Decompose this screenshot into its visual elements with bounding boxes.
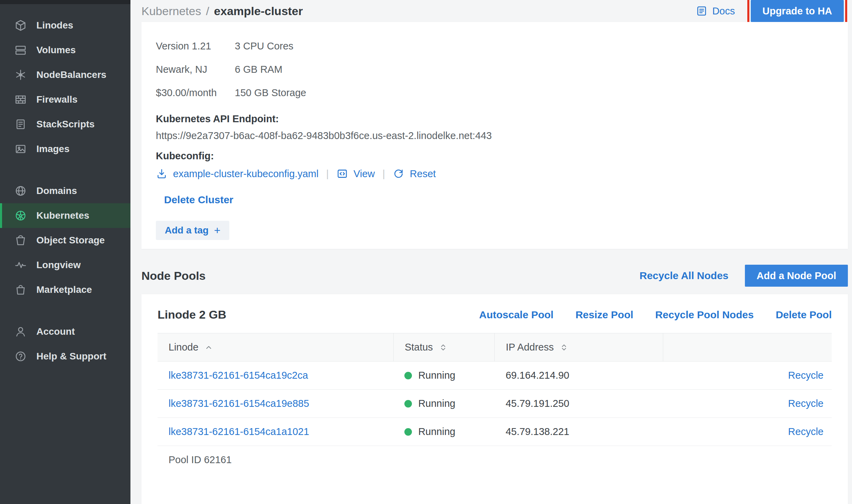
- sidebar-item-account[interactable]: Account: [0, 319, 130, 344]
- sidebar-item-label: Firewalls: [36, 94, 78, 105]
- pool-action-links: Autoscale Pool Resize Pool Recycle Pool …: [479, 309, 832, 321]
- node-link[interactable]: lke38731-62161-6154ca19e885: [169, 398, 309, 409]
- node-table-row: lke38731-62161-6154ca19c2ca Running 69.1…: [158, 362, 832, 390]
- sidebar-item-label: Linodes: [36, 20, 73, 31]
- person-icon: [14, 325, 27, 339]
- breadcrumb-kubernetes-link[interactable]: Kubernetes: [141, 4, 201, 18]
- add-node-pool-button[interactable]: Add a Node Pool: [745, 265, 848, 287]
- sidebar-group-gap: [0, 161, 130, 179]
- node-link[interactable]: lke38731-62161-6154ca19c2ca: [169, 370, 308, 381]
- node-pools-title: Node Pools: [141, 269, 206, 283]
- sidebar-item-marketplace[interactable]: Marketplace: [0, 277, 130, 302]
- sidebar-item-longview[interactable]: Longview: [0, 253, 130, 277]
- sidebar-nav: Linodes Volumes NodeBalancers Firewalls: [0, 4, 130, 369]
- download-icon: [156, 168, 168, 180]
- nodebalancer-icon: [14, 68, 27, 82]
- globe-icon: [14, 184, 27, 198]
- node-link[interactable]: lke38731-62161-6154ca1a1021: [169, 426, 309, 437]
- sort-icon: [439, 343, 447, 352]
- node-pools-section-bar: Node Pools Recycle All Nodes Add a Node …: [141, 265, 848, 287]
- recycle-node-link[interactable]: Recycle: [788, 370, 824, 381]
- code-view-icon: [336, 168, 348, 180]
- column-header-actions: [663, 333, 832, 362]
- status-label: Running: [418, 398, 455, 409]
- breadcrumb: Kubernetes / example-cluster: [141, 4, 303, 18]
- kubeconfig-filename: example-cluster-kubeconfig.yaml: [173, 168, 319, 180]
- sidebar-item-nodebalancers[interactable]: NodeBalancers: [0, 62, 130, 87]
- status-dot-running: [404, 372, 412, 379]
- recycle-all-nodes-link[interactable]: Recycle All Nodes: [640, 270, 728, 282]
- cluster-storage: 150 GB Storage: [235, 87, 306, 99]
- sidebar: Linodes Volumes NodeBalancers Firewalls: [0, 0, 130, 504]
- cluster-price: $30.00/month: [156, 87, 235, 99]
- volumes-icon: [14, 43, 27, 57]
- column-label: Status: [405, 342, 433, 353]
- docs-icon: [696, 5, 707, 17]
- delete-pool-link[interactable]: Delete Pool: [776, 309, 832, 321]
- sidebar-item-images[interactable]: Images: [0, 137, 130, 161]
- kubeconfig-reset-button[interactable]: Reset: [393, 168, 436, 180]
- column-header-linode[interactable]: Linode: [158, 333, 393, 362]
- main-content: Kubernetes / example-cluster Docs Upgrad…: [130, 0, 852, 504]
- autoscale-pool-link[interactable]: Autoscale Pool: [479, 309, 554, 321]
- pool-id-row: Pool ID 62161: [158, 446, 832, 474]
- sidebar-item-firewalls[interactable]: Firewalls: [0, 87, 130, 112]
- pool-plan-name: Linode 2 GB: [158, 308, 226, 321]
- pool-header: Linode 2 GB Autoscale Pool Resize Pool R…: [158, 308, 832, 321]
- node-pools-actions: Recycle All Nodes Add a Node Pool: [640, 265, 848, 287]
- status-label: Running: [418, 370, 455, 381]
- resize-pool-link[interactable]: Resize Pool: [575, 309, 633, 321]
- delete-cluster-button[interactable]: Delete Cluster: [164, 194, 233, 206]
- sidebar-top-strip: [0, 0, 130, 4]
- plus-icon: +: [214, 224, 221, 237]
- recycle-pool-nodes-link[interactable]: Recycle Pool Nodes: [655, 309, 754, 321]
- add-tag-button[interactable]: Add a tag +: [156, 221, 229, 240]
- docs-link[interactable]: Docs: [696, 5, 735, 17]
- sidebar-item-object-storage[interactable]: Object Storage: [0, 228, 130, 253]
- upgrade-to-ha-button[interactable]: Upgrade to HA: [751, 0, 844, 22]
- kubeconfig-download-link[interactable]: example-cluster-kubeconfig.yaml: [156, 168, 319, 180]
- upgrade-annotation-box: Upgrade to HA: [751, 0, 844, 22]
- kubeconfig-row: example-cluster-kubeconfig.yaml | View |…: [156, 168, 833, 180]
- cluster-cpu: 3 CPU Cores: [235, 41, 293, 52]
- recycle-node-link[interactable]: Recycle: [788, 426, 824, 437]
- sort-icon: [560, 343, 568, 352]
- node-table-row: lke38731-62161-6154ca19e885 Running 45.7…: [158, 390, 832, 418]
- sidebar-item-label: Account: [36, 326, 75, 337]
- reset-label: Reset: [410, 168, 436, 180]
- column-header-ip-address[interactable]: IP Address: [495, 333, 663, 362]
- kubeconfig-view-button[interactable]: View: [336, 168, 375, 180]
- sidebar-item-label: Kubernetes: [36, 210, 89, 221]
- node-table-header-row: Linode Status IP Addre: [158, 333, 832, 362]
- spec-row: Newark, NJ 6 GB RAM: [156, 58, 833, 81]
- sidebar-item-kubernetes[interactable]: Kubernetes: [0, 203, 130, 228]
- recycle-node-link[interactable]: Recycle: [788, 398, 824, 409]
- sidebar-item-volumes[interactable]: Volumes: [0, 38, 130, 62]
- cluster-region: Newark, NJ: [156, 64, 235, 75]
- reset-icon: [393, 168, 404, 180]
- stackscripts-icon: [14, 117, 27, 131]
- sidebar-item-label: Marketplace: [36, 284, 92, 295]
- sidebar-item-label: Help & Support: [36, 351, 106, 362]
- sidebar-item-label: Domains: [36, 185, 77, 196]
- sidebar-item-help-support[interactable]: Help & Support: [0, 344, 130, 369]
- images-icon: [14, 142, 27, 156]
- node-ip: 69.164.214.90: [506, 370, 569, 381]
- node-table: Linode Status IP Addre: [158, 333, 832, 474]
- pulse-icon: [14, 258, 27, 272]
- page: Linodes Volumes NodeBalancers Firewalls: [0, 0, 852, 504]
- sort-asc-icon: [205, 343, 213, 352]
- sidebar-item-domains[interactable]: Domains: [0, 179, 130, 203]
- topbar-actions: Docs Upgrade to HA: [696, 0, 848, 22]
- api-endpoint-value: https://9e2a7307-b6ac-408f-ba62-9483b0b3…: [156, 130, 833, 141]
- sidebar-item-label: Longview: [36, 260, 81, 271]
- column-header-status[interactable]: Status: [393, 333, 495, 362]
- spec-row: Version 1.21 3 CPU Cores: [156, 34, 833, 58]
- node-table-row: lke38731-62161-6154ca1a1021 Running 45.7…: [158, 418, 832, 446]
- sidebar-item-label: StackScripts: [36, 119, 95, 130]
- sidebar-item-stackscripts[interactable]: StackScripts: [0, 112, 130, 137]
- sidebar-item-linodes[interactable]: Linodes: [0, 13, 130, 38]
- column-label: Linode: [169, 342, 198, 353]
- node-ip: 45.79.138.221: [506, 426, 569, 437]
- status-label: Running: [418, 426, 455, 437]
